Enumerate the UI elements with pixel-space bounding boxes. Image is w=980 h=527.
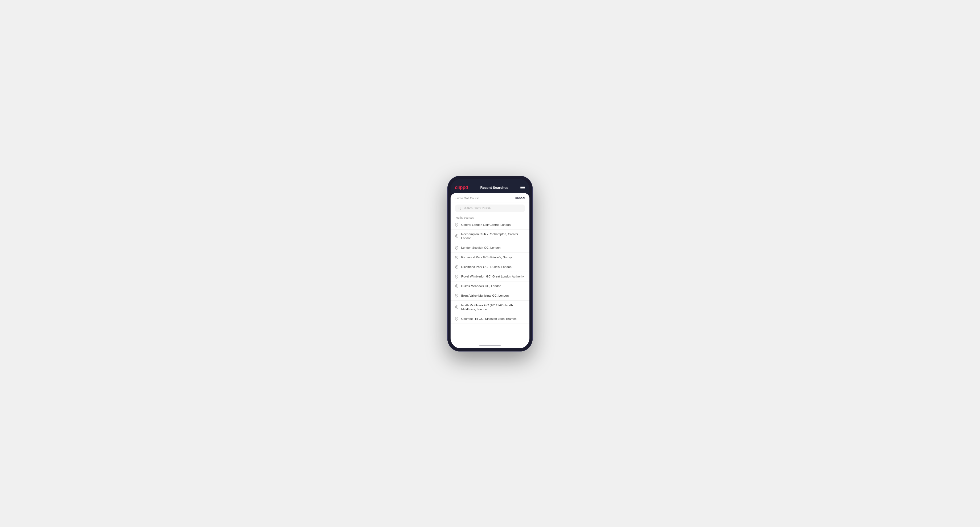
phone-screen: clippd Recent Searches Find a Golf Cours… [450,179,530,348]
list-item[interactable]: Roehampton Club - Roehampton, Greater Lo… [450,230,530,243]
app-logo: clippd [455,185,468,190]
location-pin-icon [455,284,458,288]
cancel-button[interactable]: Cancel [515,196,525,200]
course-name: Richmond Park GC - Duke's, London [461,265,512,269]
course-name: London Scottish GC, London [461,246,501,250]
search-icon [458,206,461,210]
location-pin-icon [455,234,458,238]
list-item[interactable]: Richmond Park GC - Prince's, Surrey [450,253,530,262]
search-input-wrapper[interactable] [455,205,525,212]
list-item[interactable]: North Middlesex GC (1011942 - North Midd… [450,301,530,314]
find-golf-course-label: Find a Golf Course [455,197,479,200]
location-pin-icon [455,256,458,259]
svg-point-10 [456,306,457,308]
list-item[interactable]: Coombe Hill GC, Kingston upon Thames [450,314,530,324]
location-pin-icon [455,305,458,309]
list-item[interactable]: London Scottish GC, London [450,243,530,253]
svg-point-7 [456,276,457,277]
course-name: Richmond Park GC - Prince's, Surrey [461,256,512,259]
location-pin-icon [455,294,458,297]
svg-line-1 [460,209,460,209]
svg-point-3 [456,235,457,237]
home-indicator [450,343,530,348]
course-name: Royal Wimbledon GC, Great London Authori… [461,275,524,279]
course-name: Coombe Hill GC, Kingston upon Thames [461,317,517,321]
list-item[interactable]: Brent Valley Municipal GC, London [450,291,530,301]
search-bar [450,202,530,214]
svg-point-5 [456,257,457,258]
svg-point-4 [456,247,457,248]
nearby-courses-section: Nearby courses Central London Golf Centr… [450,214,530,343]
hamburger-line-2 [520,187,525,188]
course-name: Central London Golf Centre, London [461,223,511,227]
location-pin-icon [455,275,458,279]
nearby-courses-label: Nearby courses [450,214,530,220]
course-name: North Middlesex GC (1011942 - North Midd… [461,303,525,311]
list-item[interactable]: Royal Wimbledon GC, Great London Authori… [450,272,530,281]
location-pin-icon [455,317,458,321]
list-item[interactable]: Central London Golf Centre, London [450,220,530,230]
list-item[interactable]: Dukes Meadows GC, London [450,281,530,291]
svg-point-11 [456,318,457,319]
hamburger-line-3 [520,189,525,189]
nav-bar: clippd Recent Searches [450,183,530,193]
course-name: Brent Valley Municipal GC, London [461,294,509,298]
course-name: Dukes Meadows GC, London [461,284,501,288]
hamburger-menu-icon[interactable] [520,186,525,189]
phone-frame: clippd Recent Searches Find a Golf Cours… [447,176,533,351]
find-header: Find a Golf Course Cancel [450,193,530,202]
location-pin-icon [455,246,458,250]
search-input[interactable] [463,206,522,210]
hamburger-line-1 [520,186,525,186]
content-area: Find a Golf Course Cancel Nearby courses [450,193,530,348]
list-item[interactable]: Richmond Park GC - Duke's, London [450,262,530,272]
course-name: Roehampton Club - Roehampton, Greater Lo… [461,232,525,240]
nav-title: Recent Searches [480,186,508,190]
svg-point-9 [456,295,457,296]
home-bar [479,345,501,346]
svg-point-2 [456,224,457,225]
svg-point-6 [456,266,457,267]
location-pin-icon [455,265,458,269]
location-pin-icon [455,223,458,227]
status-bar [450,179,530,183]
svg-point-8 [456,286,457,287]
